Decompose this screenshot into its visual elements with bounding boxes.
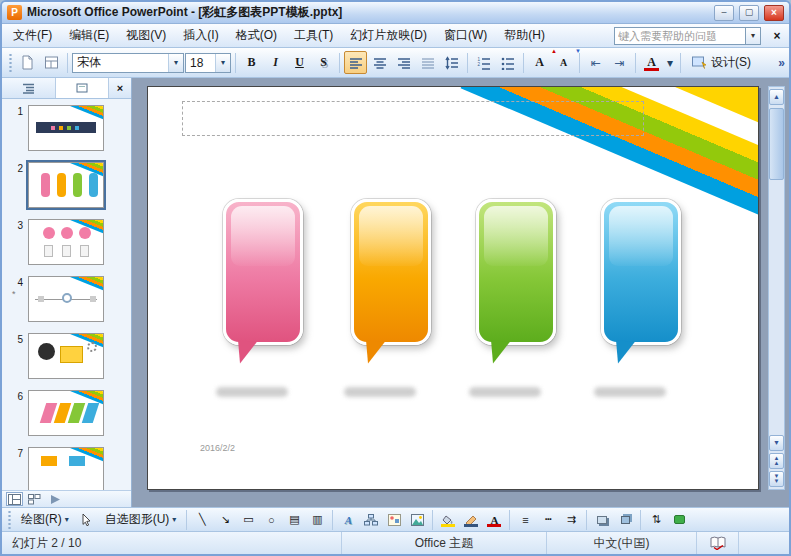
scrollbar-thumb[interactable] [769,108,784,180]
autoshapes-menu-button[interactable]: 自选图形(U)▾ [99,510,183,530]
slide-thumbnail-6[interactable]: 6 [10,390,131,436]
chevron-down-icon: ▾ [172,515,176,524]
scroll-up-button[interactable]: ▲ [769,89,784,105]
scrollbar-track[interactable] [769,106,784,434]
close-button[interactable]: × [764,5,784,21]
title-bar[interactable]: P Microsoft Office PowerPoint - [彩虹多图表PP… [2,2,789,24]
numbered-list-button[interactable]: 12 [472,51,495,74]
menu-insert[interactable]: 插入(I) [175,24,226,47]
menu-window[interactable]: 窗口(W) [436,24,495,47]
align-right-button[interactable] [392,51,415,74]
pane-close-button[interactable]: × [109,78,131,98]
scroll-down-button[interactable]: ▼ [769,435,784,451]
chevron-down-icon[interactable]: ▾ [168,54,183,72]
align-left-button[interactable] [344,51,367,74]
slideshow-view-button[interactable] [46,492,63,506]
theme-indicator[interactable]: Office 主题 [342,532,547,554]
normal-view-button[interactable] [6,492,23,506]
align-center-icon [373,56,387,70]
line-style-button[interactable]: ≡ [514,510,536,530]
language-indicator[interactable]: 中文(中国) [547,532,697,554]
next-slide-button[interactable]: ▼▼ [769,471,784,487]
decrease-font-size-button[interactable]: A▼ [552,51,575,74]
document-close-button[interactable]: × [768,27,786,45]
insert-picture-button[interactable] [406,510,428,530]
menu-edit[interactable]: 编辑(E) [61,24,117,47]
arrow-style-button[interactable]: ⇉ [560,510,582,530]
rectangle-tool-button[interactable]: ▭ [237,510,259,530]
slide-thumbnail-4[interactable]: 4* [10,276,131,322]
menu-file[interactable]: 文件(F) [5,24,60,47]
insert-diagram-button[interactable] [360,510,382,530]
align-center-button[interactable] [368,51,391,74]
language-format-button[interactable] [668,510,690,530]
3d-style-button[interactable] [614,510,636,530]
title-placeholder[interactable] [182,101,644,136]
slide-thumbnail-2[interactable]: 2 [10,162,131,208]
menu-view[interactable]: 视图(V) [118,24,174,47]
callout-bubble-green[interactable] [476,199,556,345]
insert-clipart-button[interactable] [383,510,405,530]
italic-button[interactable]: I [264,51,287,74]
toolbar-grip[interactable] [8,53,13,73]
bullet-list-button[interactable] [496,51,519,74]
line-color-button[interactable] [460,510,482,530]
font-name-select[interactable]: 宋体 ▾ [72,53,184,73]
insert-wordart-button[interactable]: A [337,510,359,530]
text-box-button[interactable]: ▤ [283,510,305,530]
select-objects-button[interactable] [76,510,98,530]
minimize-button[interactable]: – [714,5,734,21]
toolbar-overflow-icon[interactable]: » [778,56,785,70]
increase-indent-button[interactable]: ⇥ [608,51,631,74]
arrow-tool-button[interactable]: ↘ [214,510,236,530]
line-tool-button[interactable]: ╲ [191,510,213,530]
line-spacing-button[interactable] [440,51,463,74]
shadow-style-button[interactable] [591,510,613,530]
vertical-text-box-button[interactable]: ▥ [306,510,328,530]
underline-button[interactable]: U [288,51,311,74]
callout-bubble-pink[interactable] [223,199,303,345]
text-shadow-button[interactable]: S [312,51,335,74]
toolbar-grip[interactable] [7,510,12,530]
justify-button[interactable] [416,51,439,74]
drawing-font-color-button[interactable]: A [483,510,505,530]
font-color-dropdown[interactable]: ▾ [664,51,676,74]
menu-tools[interactable]: 工具(T) [286,24,341,47]
slide-thumbnail-5[interactable]: 5 [10,333,131,379]
callout-bubble-blue[interactable] [601,199,681,345]
tab-slides[interactable] [56,78,110,98]
help-search-input[interactable] [614,27,746,45]
decrease-indent-button[interactable]: ⇤ [584,51,607,74]
slide-thumbnail-7[interactable]: 7 [10,447,131,490]
oval-tool-button[interactable]: ○ [260,510,282,530]
fill-color-button[interactable] [437,510,459,530]
font-color-button[interactable]: A [640,51,663,74]
increase-font-size-button[interactable]: A▲ [528,51,551,74]
spellcheck-status[interactable] [697,532,739,554]
design-button[interactable]: 设计(S) [685,51,758,74]
tab-outline[interactable] [2,78,56,98]
new-document-button[interactable] [16,51,39,74]
slide-sorter-view-button[interactable] [26,492,43,506]
slide-canvas[interactable]: 2016/2/2 [147,86,759,490]
previous-slide-button[interactable]: ▲▲ [769,453,784,469]
powerpoint-window: P Microsoft Office PowerPoint - [彩虹多图表PP… [0,0,791,556]
slide-thumbnail-3[interactable]: 3 [10,219,131,265]
menu-format[interactable]: 格式(O) [228,24,285,47]
dash-style-button[interactable]: ┅ [537,510,559,530]
spacing-button[interactable]: ⇅ [645,510,667,530]
menu-help[interactable]: 帮助(H) [496,24,553,47]
slide-thumbnail-1[interactable]: 1 [10,105,131,151]
slide-layout-button[interactable] [40,51,63,74]
chevron-down-icon[interactable]: ▾ [215,54,230,72]
help-dropdown-icon[interactable]: ▾ [746,27,761,45]
callout-bubble-orange[interactable] [351,199,431,345]
restore-button[interactable]: ▢ [739,5,759,21]
font-size-select[interactable]: 18 ▾ [185,53,231,73]
font-size-value: 18 [186,56,215,70]
menu-slideshow[interactable]: 幻灯片放映(D) [342,24,435,47]
bold-button[interactable]: B [240,51,263,74]
vertical-scrollbar[interactable]: ▲ ▼ ▲▲ ▼▼ [768,86,785,490]
draw-menu-button[interactable]: 绘图(R)▾ [15,510,75,530]
line-color-bar [464,524,478,527]
